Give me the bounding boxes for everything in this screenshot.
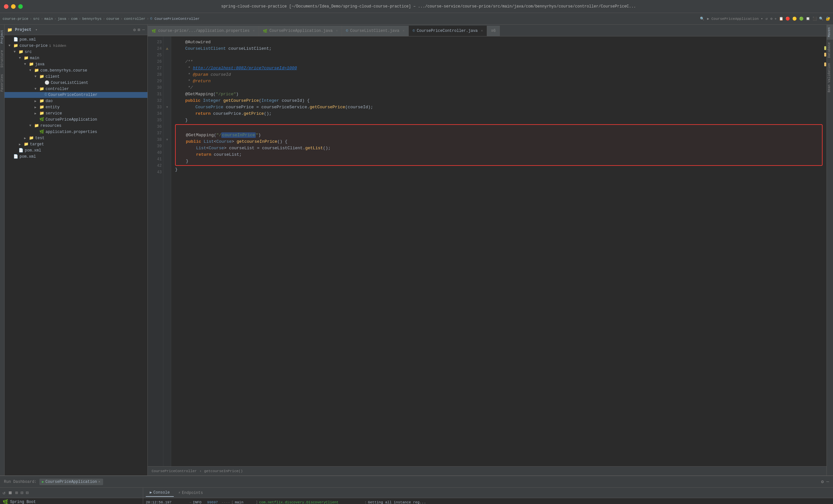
close-button[interactable] <box>4 4 8 9</box>
tree-item-coursepricecontroller[interactable]: © CoursePriceController <box>4 92 147 98</box>
breadcrumb-search-icon[interactable]: 🔍 <box>700 17 705 21</box>
fullscreen-button[interactable] <box>18 4 23 9</box>
vtab-project[interactable]: Project <box>0 27 4 46</box>
collapse-icon[interactable]: — <box>142 27 145 32</box>
minimize-button[interactable] <box>11 4 16 9</box>
gutter-fold-icon[interactable]: ▿ <box>164 104 170 110</box>
panel-dropdown[interactable]: ▾ <box>35 28 38 32</box>
vtab-structure[interactable]: Structure <box>0 48 4 70</box>
code-line-23: @Autowired <box>175 39 823 46</box>
breadcrumb-method: getcourseInPrice() <box>204 469 243 473</box>
properties-tab-icon: 🌿 <box>152 29 156 33</box>
gutter-warning-icon: ⚠ <box>164 46 170 52</box>
collapse-all-icon[interactable]: ⊟ <box>21 490 23 496</box>
panel-icons: ⚙ ⊞ — <box>134 27 145 32</box>
folder-icon: 📁 <box>13 43 18 48</box>
breadcrumb-item[interactable]: com <box>71 17 77 21</box>
gutter-fold-icon2[interactable]: ▿ <box>164 136 170 143</box>
tree-item-test[interactable]: ▶ 📁 test <box>4 135 147 141</box>
tab-courseprice-app[interactable]: 🌿 CoursePriceApplication.java × <box>259 26 342 36</box>
spring-boot-icon: 🌿 <box>3 499 8 504</box>
code-line-43 <box>175 173 823 179</box>
breadcrumb-nav-icon[interactable]: ↺ <box>766 17 768 21</box>
breadcrumb-item[interactable]: course <box>106 17 119 21</box>
tree-item-main[interactable]: ▼ 📁 main <box>4 55 147 61</box>
breadcrumb-item[interactable]: bennyrhys <box>82 17 101 21</box>
tab-courselistclient[interactable]: © CourseListClient.java × <box>342 26 409 36</box>
close-tab-icon[interactable]: × <box>253 29 255 33</box>
window-title: spring-cloud-course-practice [~/Document… <box>28 4 829 9</box>
stop-all-icon[interactable]: ⏹ <box>8 490 13 496</box>
code-line-28: * @param courseId <box>175 72 823 78</box>
expand-icon[interactable]: ⊞ <box>138 27 140 32</box>
tab-more[interactable]: ≡6 <box>487 26 500 36</box>
file-tree: 📄 pom.xml ▼ 📁 course-price 1 hidden ▼ 📁 … <box>4 35 147 475</box>
tab-console[interactable]: ▶ Console <box>146 489 174 497</box>
folder-icon: 📁 <box>39 99 44 103</box>
tree-item-service[interactable]: ▶ 📁 service <box>4 110 147 117</box>
run-dashboard-label: Run Dashboard: <box>4 480 37 484</box>
tab-application-properties[interactable]: 🌿 course-price/.../application.propertie… <box>148 26 259 36</box>
breadcrumb-item[interactable]: main <box>44 17 53 21</box>
tree-item-pom-bottom[interactable]: 📄 pom.xml <box>4 153 147 160</box>
code-line-31: @GetMapping("/price") <box>175 91 823 98</box>
tree-item-entity[interactable]: ▶ 📁 entity <box>4 104 147 110</box>
minimize-panel-icon[interactable]: — <box>827 479 829 484</box>
run-dashboard-app-tab[interactable]: ▶ CoursePriceApplication × <box>39 479 103 485</box>
code-line-25 <box>175 52 823 58</box>
rerun-icon[interactable]: ↺ <box>3 490 5 496</box>
tree-item-courseprice-app[interactable]: 🌿 CoursePriceApplication <box>4 117 147 123</box>
close-tab-icon[interactable]: × <box>481 29 483 33</box>
breadcrumb-current[interactable]: © CoursePriceController <box>150 17 200 21</box>
close-tab-icon[interactable]: × <box>403 29 404 33</box>
tab-coursepricecontroller[interactable]: © CoursePriceController.java × <box>409 26 487 36</box>
tree-arrow: ▶ <box>34 111 39 116</box>
folder-icon: 📁 <box>34 123 39 128</box>
breadcrumb-item[interactable]: controller <box>124 17 145 21</box>
tree-label: target <box>30 142 44 147</box>
breadcrumb-item[interactable]: java <box>57 17 66 21</box>
tab-label: CoursePriceController.java <box>417 29 478 33</box>
tree-item-src[interactable]: ▼ 📁 src <box>4 49 147 55</box>
filter-icon[interactable]: ⊟ <box>26 490 28 496</box>
breadcrumb-controller: CoursePriceController <box>152 469 197 473</box>
close-tab-icon[interactable]: × <box>336 29 338 33</box>
tree-label: dao <box>46 99 53 103</box>
vtab-database[interactable]: Database <box>827 40 833 60</box>
run-dashboard-header: Run Dashboard: ▶ CoursePriceApplication … <box>0 476 833 488</box>
tree-item-course-price[interactable]: ▼ 📁 course-price 1 hidden <box>4 43 147 49</box>
code-content[interactable]: @Autowired CourseListClient courseListCl… <box>171 36 827 466</box>
tree-item-dao[interactable]: ▶ 📁 dao <box>4 98 147 104</box>
console-content: 20:12:56.197–INFO99697----[main]com.netf… <box>143 498 833 504</box>
breadcrumb-item[interactable]: src <box>33 17 40 21</box>
tree-arrow: ▶ <box>19 143 23 146</box>
tree-item-com-bennyrhys[interactable]: ▼ 📁 com.bennyrhys.course <box>4 67 147 74</box>
folder-icon: 📁 <box>39 111 44 116</box>
xml-icon: 📄 <box>19 148 23 153</box>
tree-item-courselistclient[interactable]: ⚪ CourseListClient <box>4 80 147 86</box>
vtab-bean-validation[interactable]: Bean Validation <box>827 60 833 95</box>
tab-endpoints[interactable]: ⚡ Endpoints <box>174 489 207 497</box>
tree-label: com.bennyrhys.course <box>40 68 87 73</box>
breadcrumb-item[interactable]: course-price <box>3 17 28 21</box>
vtab-maven[interactable]: Maven <box>827 25 833 40</box>
tree-item-controller[interactable]: ▼ 📁 controller <box>4 86 147 92</box>
tree-item-target[interactable]: ▶ 📁 target <box>4 141 147 147</box>
settings-icon[interactable]: ⚙ <box>821 479 824 484</box>
tree-item-pom-sub[interactable]: 📄 pom.xml <box>4 147 147 153</box>
close-run-tab-icon[interactable]: × <box>98 480 100 484</box>
tree-item-java[interactable]: ▼ 📁 java <box>4 61 147 67</box>
panel-title: Project <box>15 28 31 32</box>
expand-all-icon[interactable]: ⊞ <box>15 490 18 496</box>
run-tree-spring-boot[interactable]: 🌿 Spring Boot <box>0 498 143 504</box>
tree-item-pom-root[interactable]: 📄 pom.xml <box>4 36 147 43</box>
tree-item-client[interactable]: ▼ 📁 client <box>4 74 147 80</box>
vtab-favorites[interactable]: Favorites <box>0 72 4 94</box>
tree-item-resources[interactable]: ▼ 📁 resources <box>4 123 147 129</box>
tab-label: CourseListClient.java <box>350 29 399 33</box>
breadcrumb-run-config[interactable]: ▶ CoursePriceApplication ▾ <box>707 17 763 21</box>
tree-arrow: ▼ <box>29 124 33 127</box>
spring-tab-icon: 🌿 <box>263 29 267 33</box>
gear-icon[interactable]: ⚙ <box>134 27 136 32</box>
tree-item-appprops[interactable]: 🌿 application.properties <box>4 129 147 135</box>
